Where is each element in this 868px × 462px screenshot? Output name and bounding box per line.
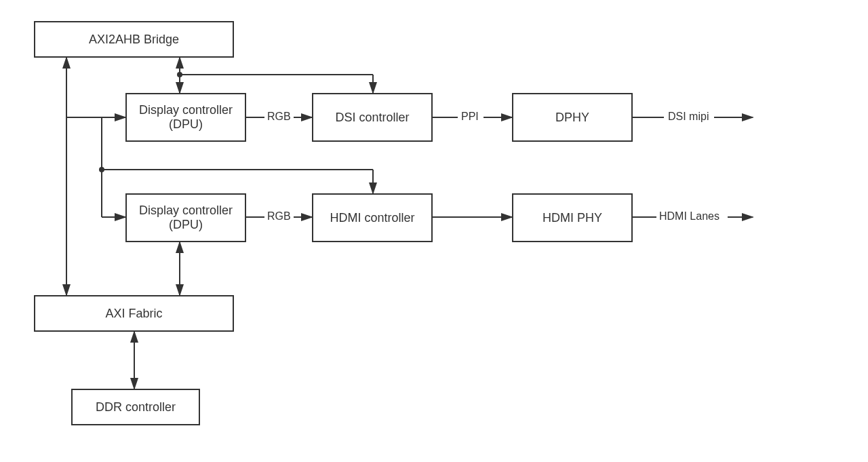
hdmi-phy-label: HDMI PHY (542, 211, 602, 225)
ddr-controller-block: DDR controller (71, 389, 200, 425)
hdmi-ctrl-label: HDMI controller (330, 211, 414, 225)
hdmi-controller-block: HDMI controller (312, 193, 433, 242)
axi-fabric-label: AXI Fabric (105, 307, 162, 321)
dsi-controller-block: DSI controller (312, 93, 433, 142)
svg-point-9 (99, 167, 104, 172)
dpu1-block: Display controller (DPU) (125, 93, 246, 142)
axi-fabric-block: AXI Fabric (34, 295, 234, 332)
axi2ahb-bridge-block: AXI2AHB Bridge (34, 21, 234, 58)
dsi-label: DSI controller (335, 111, 409, 125)
rgb1-label: RGB (266, 111, 292, 123)
dpu2-block: Display controller (DPU) (125, 193, 246, 242)
dpu1-label: Display controller (DPU) (130, 103, 241, 132)
dpu2-label: Display controller (DPU) (130, 204, 241, 232)
hdmi-phy-block: HDMI PHY (512, 193, 633, 242)
rgb2-label: RGB (266, 210, 292, 223)
dsi-mipi-label: DSI mipi (667, 111, 710, 123)
ddr-label: DDR controller (96, 400, 176, 415)
dphy-label: DPHY (555, 111, 589, 125)
dphy-block: DPHY (512, 93, 633, 142)
hdmi-lanes-label: HDMI Lanes (658, 210, 721, 223)
block-diagram: AXI2AHB Bridge Display controller (DPU) … (14, 14, 854, 448)
svg-point-1 (177, 72, 182, 77)
axi2ahb-label: AXI2AHB Bridge (89, 33, 179, 47)
ppi-label: PPI (460, 111, 480, 123)
